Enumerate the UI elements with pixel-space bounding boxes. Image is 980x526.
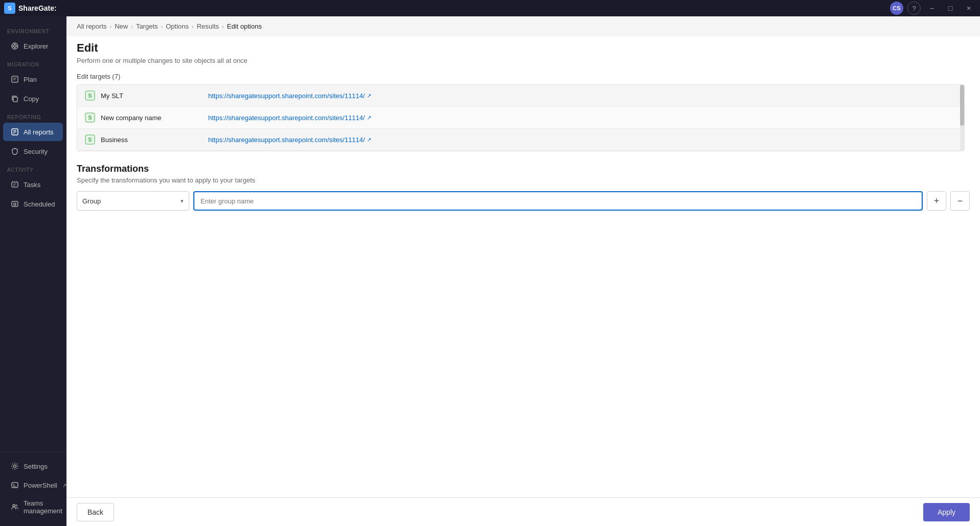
page-title: Edit (77, 41, 970, 55)
app-title: ShareGate: (18, 4, 57, 12)
teams-icon (10, 502, 19, 512)
table-row: S My SLT https://sharegatesupport.sharep… (77, 85, 964, 107)
activity-section-label: ACTIVITY (0, 161, 66, 175)
targets-scrollbar[interactable] (960, 85, 964, 151)
target-url-2[interactable]: https://sharegatesupport.sharepoint.com/… (208, 136, 371, 144)
copy-icon (10, 94, 19, 103)
group-select-value: Group (82, 197, 101, 205)
sidebar-item-allreports[interactable]: All reports (3, 123, 63, 141)
page-content: Edit Perform one or multiple changes to … (66, 36, 980, 497)
transformations-subtitle: Specify the transformations you want to … (77, 176, 970, 184)
target-name-2: Business (101, 136, 203, 144)
avatar[interactable]: CS (890, 2, 903, 15)
footer: Back Apply (66, 497, 980, 526)
plan-label: Plan (24, 76, 37, 83)
sidebar-item-teams[interactable]: Teams management (3, 495, 63, 519)
breadcrumb-targets[interactable]: Targets (136, 22, 158, 30)
settings-label: Settings (24, 463, 48, 470)
sidebar-item-powershell[interactable]: PowerShell ↗ (3, 476, 63, 494)
sidebar-item-tasks[interactable]: Tasks (3, 175, 63, 194)
ext-link-icon-0: ↗ (367, 93, 371, 99)
breadcrumb-sep-1: › (110, 24, 112, 30)
powershell-label: PowerShell (24, 482, 57, 489)
remove-button[interactable]: − (950, 191, 970, 211)
environment-section-label: ENVIRONMENT (0, 22, 66, 36)
migration-section-label: MIGRATION (0, 56, 66, 70)
edit-targets-label: Edit targets (7) (77, 73, 970, 80)
teams-label: Teams management (24, 499, 62, 515)
back-button[interactable]: Back (77, 503, 114, 521)
breadcrumb-results[interactable]: Results (197, 22, 219, 30)
target-name-0: My SLT (101, 92, 203, 100)
logo-icon: S (4, 3, 15, 14)
table-row: S New company name https://sharegatesupp… (77, 107, 964, 129)
security-label: Security (24, 148, 48, 155)
add-button[interactable]: + (927, 191, 946, 211)
apply-button[interactable]: Apply (923, 503, 970, 521)
chevron-down-icon: ▾ (181, 198, 184, 204)
svg-text:S: S (88, 93, 92, 99)
target-url-1[interactable]: https://sharegatesupport.sharepoint.com/… (208, 114, 371, 122)
page-subtitle: Perform one or multiple changes to site … (77, 57, 970, 64)
external-link-icon: ↗ (62, 483, 66, 488)
allreports-label: All reports (24, 128, 54, 136)
sidebar-item-plan[interactable]: Plan (3, 70, 63, 88)
breadcrumb-sep-2: › (131, 24, 133, 30)
transformations-title: Transformations (77, 164, 970, 174)
group-select[interactable]: Group ▾ (77, 191, 189, 211)
ext-link-icon-1: ↗ (367, 115, 371, 121)
target-url-0[interactable]: https://sharegatesupport.sharepoint.com/… (208, 92, 371, 100)
svg-point-26 (13, 505, 15, 507)
target-icon-0: S (84, 90, 96, 101)
breadcrumb-sep-5: › (222, 24, 224, 30)
close-button[interactable]: × (962, 3, 976, 14)
svg-rect-6 (12, 76, 18, 82)
breadcrumb-sep-3: › (161, 24, 163, 30)
help-button[interactable]: ? (907, 2, 921, 15)
sidebar-item-copy[interactable]: Copy (3, 89, 63, 108)
copy-label: Copy (24, 95, 39, 103)
scheduled-icon (10, 199, 19, 209)
svg-text:S: S (88, 115, 92, 121)
svg-text:S: S (88, 136, 92, 143)
transform-row: Group ▾ + − (77, 191, 970, 211)
sidebar: ENVIRONMENT Explorer MIGRATION (0, 16, 66, 526)
breadcrumb: All reports › New › Targets › Options › … (66, 16, 980, 36)
sidebar-item-explorer[interactable]: Explorer (3, 37, 63, 55)
sidebar-item-settings[interactable]: Settings (3, 457, 63, 475)
app-logo: S ShareGate: (4, 3, 57, 14)
svg-point-27 (16, 505, 17, 507)
explorer-icon (10, 41, 19, 51)
breadcrumb-allreports[interactable]: All reports (77, 22, 107, 30)
maximize-button[interactable]: □ (943, 3, 957, 14)
target-icon-2: S (84, 134, 96, 145)
security-icon (10, 147, 19, 156)
targets-table: S My SLT https://sharegatesupport.sharep… (77, 84, 965, 151)
plan-icon (10, 75, 19, 84)
titlebar-actions: CS ? − □ × (890, 2, 976, 15)
titlebar: S ShareGate: CS ? − □ × (0, 0, 980, 16)
target-icon-1: S (84, 112, 96, 123)
breadcrumb-current: Edit options (227, 22, 262, 30)
svg-rect-9 (13, 97, 17, 102)
explorer-label: Explorer (24, 42, 48, 50)
scrollbar-thumb (960, 85, 964, 126)
sidebar-item-scheduled[interactable]: Scheduled (3, 195, 63, 213)
svg-point-23 (14, 465, 16, 468)
sidebar-item-security[interactable]: Security (3, 142, 63, 161)
minimize-button[interactable]: − (925, 3, 939, 14)
app-body: ENVIRONMENT Explorer MIGRATION (0, 16, 980, 526)
powershell-icon (10, 481, 19, 490)
settings-icon (10, 462, 19, 471)
svg-line-22 (15, 204, 16, 205)
svg-point-1 (14, 45, 16, 48)
reporting-section-label: REPORTING (0, 108, 66, 122)
tasks-label: Tasks (24, 181, 40, 189)
breadcrumb-new[interactable]: New (115, 22, 128, 30)
target-name-1: New company name (101, 114, 203, 122)
tasks-icon (10, 180, 19, 189)
breadcrumb-options[interactable]: Options (166, 22, 189, 30)
svg-rect-14 (12, 182, 18, 187)
allreports-icon (10, 127, 19, 136)
group-name-input[interactable] (193, 191, 923, 211)
